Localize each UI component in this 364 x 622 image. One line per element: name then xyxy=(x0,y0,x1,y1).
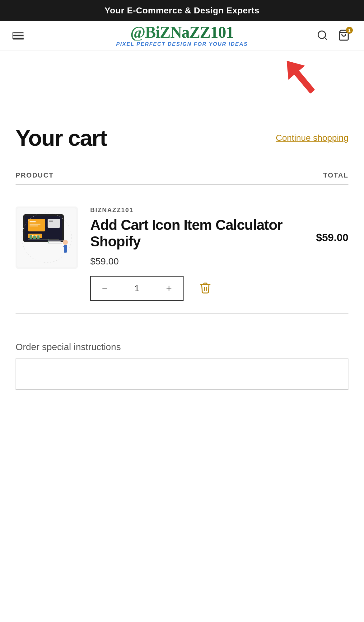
svg-rect-24 xyxy=(48,240,64,240)
cart-item-details: BIZNAZZ101 Add Cart Icon Item Calculator… xyxy=(90,207,304,301)
menu-line-3 xyxy=(13,38,24,39)
quantity-decrease-button[interactable]: − xyxy=(91,277,119,300)
trash-icon xyxy=(199,282,212,294)
cart-title: Your cart xyxy=(16,125,107,151)
svg-rect-9 xyxy=(30,221,36,222)
logo-at-sign: @ xyxy=(130,23,145,41)
search-icon xyxy=(317,30,328,41)
svg-line-1 xyxy=(324,37,327,40)
cart-item-total: $59.00 xyxy=(316,207,348,244)
svg-rect-18 xyxy=(30,235,32,239)
product-illustration: BUY NOW ✓ ✓ ✓ xyxy=(17,208,76,267)
menu-button[interactable] xyxy=(12,32,24,40)
order-instructions-section: Order special instructions xyxy=(0,326,364,400)
minus-icon: − xyxy=(102,283,108,294)
svg-rect-26 xyxy=(48,243,62,244)
svg-rect-20 xyxy=(37,235,40,239)
cart-button[interactable]: 1 xyxy=(336,27,352,44)
svg-rect-14 xyxy=(49,223,58,223)
cart-item-image: BUY NOW ✓ ✓ ✓ xyxy=(16,207,78,269)
svg-text:✓: ✓ xyxy=(47,241,49,244)
instructions-input[interactable] xyxy=(16,358,348,390)
quantity-controls: − 1 + xyxy=(90,276,184,301)
svg-rect-17 xyxy=(28,239,59,240)
product-thumbnail: BUY NOW ✓ ✓ ✓ xyxy=(16,207,78,269)
quantity-increase-button[interactable]: + xyxy=(155,277,183,300)
svg-rect-22 xyxy=(64,245,67,253)
svg-point-21 xyxy=(63,240,68,245)
menu-line-1 xyxy=(13,32,24,33)
site-header: @BiZNaZZ101 Pixel Perfect Design For You… xyxy=(0,21,364,50)
cart-item: BUY NOW ✓ ✓ ✓ xyxy=(16,194,348,314)
instructions-label: Order special instructions xyxy=(16,342,348,352)
cart-header: Your cart Continue shopping xyxy=(16,125,348,151)
header-left xyxy=(12,32,24,40)
product-price: $59.00 xyxy=(90,256,304,267)
menu-line-2 xyxy=(13,35,24,36)
arrow-svg xyxy=(271,54,339,107)
svg-rect-25 xyxy=(48,241,61,242)
announcement-bar: Your E-Commerce & Design Experts xyxy=(0,0,364,21)
quantity-value: 1 xyxy=(119,283,155,293)
svg-rect-8 xyxy=(28,219,45,231)
column-header-total: TOTAL xyxy=(323,171,348,179)
announcement-text: Your E-Commerce & Design Experts xyxy=(105,6,259,15)
column-header-product: PRODUCT xyxy=(16,171,54,179)
search-button[interactable] xyxy=(315,28,330,44)
product-name: Add Cart Icon Item Calculator Shopify xyxy=(90,217,304,250)
svg-rect-10 xyxy=(30,224,40,225)
arrow-annotation xyxy=(0,50,364,107)
header-right: 1 xyxy=(315,27,352,44)
logo-main-text: @BiZNaZZ101 xyxy=(116,24,248,40)
cart-badge: 1 xyxy=(346,27,353,34)
plus-icon: + xyxy=(166,283,172,294)
svg-rect-11 xyxy=(30,226,38,226)
logo-subtitle: Pixel Perfect Design For Your Ideas xyxy=(116,41,248,47)
site-logo[interactable]: @BiZNaZZ101 Pixel Perfect Design For You… xyxy=(116,24,248,47)
delete-item-button[interactable] xyxy=(193,279,214,297)
product-vendor: BIZNAZZ101 xyxy=(90,207,304,214)
cart-table-header: PRODUCT TOTAL xyxy=(16,166,348,185)
svg-rect-13 xyxy=(49,221,53,222)
svg-rect-19 xyxy=(33,236,36,239)
cart-content: Your cart Continue shopping PRODUCT TOTA… xyxy=(0,107,364,326)
continue-shopping-link[interactable]: Continue shopping xyxy=(276,133,348,143)
red-arrow xyxy=(271,54,339,108)
